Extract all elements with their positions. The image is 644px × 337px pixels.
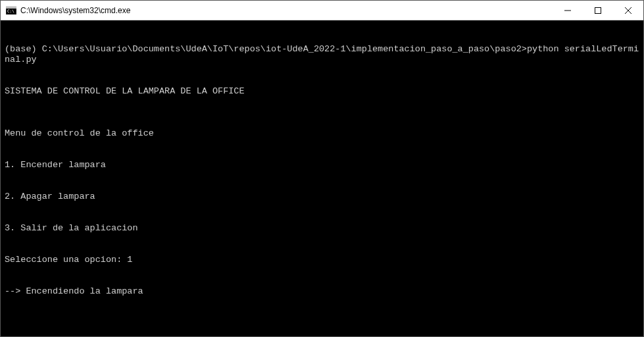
minimize-button[interactable]: [553, 1, 583, 20]
close-button[interactable]: [613, 1, 643, 20]
titlebar-left: C:\ C:\Windows\system32\cmd.exe: [6, 5, 130, 16]
maximize-button[interactable]: [583, 1, 613, 20]
terminal-output[interactable]: (base) C:\Users\Usuario\Documents\UdeA\I…: [1, 20, 643, 336]
user-input-1: 1: [127, 255, 132, 265]
app-header: SISTEMA DE CONTROL DE LA LAMPARA DE LA O…: [5, 86, 639, 97]
prompt-text: (base) C:\Users\Usuario\Documents\UdeA\I…: [5, 44, 527, 54]
svg-text:C:\: C:\: [7, 9, 14, 13]
titlebar-controls: [553, 1, 643, 20]
titlebar[interactable]: C:\ C:\Windows\system32\cmd.exe: [1, 1, 643, 20]
menu-option-3: 3. Salir de la aplicacion: [5, 223, 639, 234]
menu-option-2: 2. Apagar lampara: [5, 192, 639, 202]
menu-title: Menu de control de la office: [5, 128, 639, 139]
select-prompt: Seleccione una opcion:: [5, 255, 127, 265]
select-line-1: Seleccione una opcion: 1: [5, 255, 639, 265]
blank-line: [5, 318, 639, 328]
window-title: C:\Windows\system32\cmd.exe: [20, 6, 130, 15]
svg-rect-4: [595, 7, 601, 13]
cmd-window: C:\ C:\Windows\system32\cmd.exe (base) C…: [0, 0, 644, 337]
menu-option-1: 1. Encender lampara: [5, 160, 639, 170]
prompt-command-line: (base) C:\Users\Usuario\Documents\UdeA\I…: [5, 44, 639, 65]
cmd-icon: C:\: [6, 5, 16, 16]
response-1: --> Encendiendo la lampara: [5, 286, 639, 297]
